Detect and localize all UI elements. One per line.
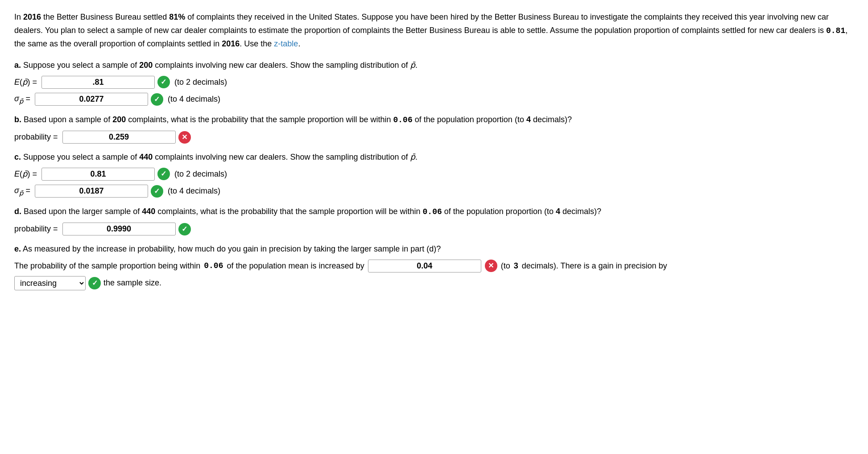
section-e-question: e. As measured by the increase in probab… xyxy=(14,243,854,256)
section-d-sample-size: 440 xyxy=(142,207,155,216)
section-b-prob-label: probability = xyxy=(14,131,58,144)
section-e-decimals-end: decimals). There is a gain in precision … xyxy=(522,260,667,272)
section-d-q-mid: complaints, what is the probability that… xyxy=(155,207,422,216)
section-a-sigma-row: σp̄ = ✓ (to 4 decimals) xyxy=(14,92,854,107)
section-b-within-val: 0.06 xyxy=(393,116,413,124)
section-d-prob-check-icon: ✓ xyxy=(178,223,191,235)
section-d-q-end: of the population proportion (to xyxy=(442,207,556,216)
section-b-prob-input[interactable] xyxy=(62,131,176,144)
section-a-ep-input[interactable] xyxy=(41,76,155,89)
section-b-question: b. Based upon a sample of 200 complaints… xyxy=(14,113,854,127)
section-e-increase-check-icon: ✕ xyxy=(485,260,497,272)
intro-text-link-post: . xyxy=(298,39,300,48)
intro-text-link-pre: . Use the xyxy=(240,39,274,48)
section-e-within-val: 0.06 xyxy=(204,260,223,272)
section-d-prob-label: probability = xyxy=(14,223,58,235)
intro-percent: 81% xyxy=(169,12,185,21)
section-c-q-end: complaints involving new car dealers. Sh… xyxy=(153,153,410,161)
section-c-sigma-hint: (to 4 decimals) xyxy=(168,185,220,198)
section-e-label: e. xyxy=(14,244,21,253)
section-b-prob-row: probability = ✕ xyxy=(14,131,854,144)
section-b-prob-check-icon: ✕ xyxy=(178,131,191,144)
section-b-decimals-end: decimals)? xyxy=(531,115,572,124)
section-c-ep-label: E(p̄) = xyxy=(14,168,37,181)
section-d-label: d. xyxy=(14,207,21,216)
section-d-within-val: 0.06 xyxy=(423,207,442,216)
section-a-q1: Suppose you select a sample of xyxy=(21,61,139,70)
intro-prop-value: 0.81 xyxy=(826,26,845,35)
section-a-sigma-hint: (to 4 decimals) xyxy=(168,93,220,106)
section-d-prob-row: probability = ✓ xyxy=(14,223,854,235)
section-a-sigma-check-icon: ✓ xyxy=(151,93,163,106)
section-e-increase-input[interactable] xyxy=(368,260,481,272)
intro-text-before-year: In xyxy=(14,12,23,21)
section-d-question: d. Based upon the larger sample of 440 c… xyxy=(14,205,854,219)
p-bar-label-a: p̄ xyxy=(410,61,415,70)
section-b-q1: Based upon a sample of xyxy=(21,115,112,124)
intro-text-after-year: the Better Business Bureau settled xyxy=(41,12,169,21)
section-d-decimals: 4 xyxy=(556,207,560,216)
section-c-sample-size: 440 xyxy=(139,153,153,161)
section-a-sample-size: 200 xyxy=(139,61,153,70)
section-e-prob-mid: of the population mean is increased by xyxy=(227,260,364,272)
section-b-q-mid: complaints, what is the probability that… xyxy=(126,115,393,124)
section-b-sample-size: 200 xyxy=(112,115,126,124)
section-e-decimals: 3 xyxy=(514,260,518,272)
section-a-sigma-input[interactable] xyxy=(35,93,148,106)
section-c-sigma-check-icon: ✓ xyxy=(151,185,163,198)
section-a-ep-row: E(p̄) = ✓ (to 2 decimals) xyxy=(14,76,854,89)
section-e-dropdown[interactable]: increasing decreasing xyxy=(14,276,86,290)
section-e-text-after-dropdown: the sample size. xyxy=(103,277,161,289)
section-c-sigma-input[interactable] xyxy=(35,185,148,198)
section-e-dropdown-row: increasing decreasing ✓ the sample size. xyxy=(14,276,854,290)
section-c-ep-check-icon: ✓ xyxy=(157,168,170,180)
intro-year: 2016 xyxy=(23,12,41,21)
section-e-q: As measured by the increase in probabili… xyxy=(21,244,441,253)
section-a-ep-hint: (to 2 decimals) xyxy=(174,76,227,89)
section-c-question: c. Suppose you select a sample of 440 co… xyxy=(14,151,854,164)
section-a-question: a. Suppose you select a sample of 200 co… xyxy=(14,59,854,72)
section-b-decimals: 4 xyxy=(526,115,531,124)
section-c-sigma-label: σp̄ = xyxy=(14,184,30,198)
intro-year2: 2016 xyxy=(222,39,240,48)
section-b-label: b. xyxy=(14,115,21,124)
z-table-link[interactable]: z-table xyxy=(274,39,298,48)
section-b-q-end: of the population proportion (to xyxy=(413,115,526,124)
section-e-prob-pre: The probability of the sample proportion… xyxy=(14,260,200,272)
section-c-label: c. xyxy=(14,153,21,161)
p-bar-label-c: p̄ xyxy=(410,153,415,161)
section-a-ep-label: E(p̄) = xyxy=(14,76,37,89)
section-e-answer-row: The probability of the sample proportion… xyxy=(14,260,854,272)
intro-paragraph: In 2016 the Better Business Bureau settl… xyxy=(14,11,854,51)
section-a-label: a. xyxy=(14,61,21,70)
section-c-ep-hint: (to 2 decimals) xyxy=(174,168,227,181)
section-d-decimals-end: decimals)? xyxy=(560,207,601,216)
section-d-q1: Based upon the larger sample of xyxy=(21,207,142,216)
section-c-ep-input[interactable] xyxy=(41,168,155,181)
section-a-q-end: complaints involving new car dealers. Sh… xyxy=(153,61,410,70)
section-e-dropdown-check-icon: ✓ xyxy=(88,277,101,289)
section-a-ep-check-icon: ✓ xyxy=(157,76,170,88)
section-c-sigma-row: σp̄ = ✓ (to 4 decimals) xyxy=(14,184,854,198)
section-c-q1: Suppose you select a sample of xyxy=(21,153,139,161)
section-e-hint-pre: (to xyxy=(501,260,510,272)
section-a-sigma-label: σp̄ = xyxy=(14,92,30,107)
section-c-ep-row: E(p̄) = ✓ (to 2 decimals) xyxy=(14,168,854,181)
section-d-prob-input[interactable] xyxy=(62,223,176,235)
